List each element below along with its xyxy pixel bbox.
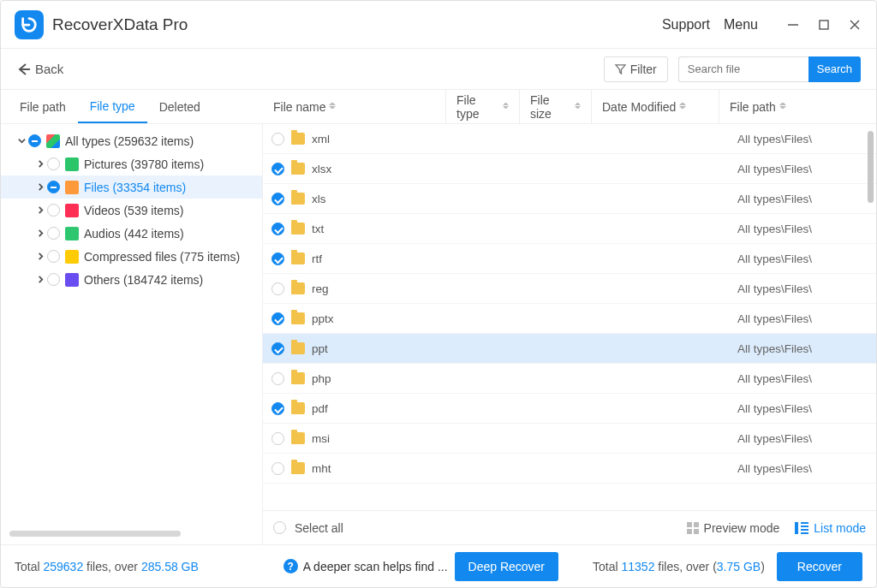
titlebar: RecoverXData Pro Support Menu	[1, 1, 876, 49]
table-row[interactable]: txtAll types\Files\	[263, 214, 876, 244]
chevron-right-icon	[35, 205, 45, 216]
footer: Total 259632 files, over 285.58 GB ? A d…	[1, 544, 876, 587]
tab-file-type[interactable]: File type	[78, 90, 147, 123]
list-icon	[795, 522, 808, 534]
tab-file-path[interactable]: File path	[8, 90, 78, 123]
row-checkbox[interactable]	[271, 462, 284, 475]
filter-icon	[615, 63, 626, 74]
row-path: All types\Files\	[737, 252, 876, 265]
tree-item-checkbox[interactable]	[47, 273, 60, 286]
table-row[interactable]: xlsAll types\Files\	[263, 184, 876, 214]
row-checkbox[interactable]	[271, 193, 284, 205]
category-icon	[65, 204, 79, 217]
col-file-type[interactable]: File type	[445, 90, 519, 123]
recover-button[interactable]: Recover	[777, 552, 862, 581]
row-checkbox[interactable]	[271, 372, 284, 385]
body: All types (259632 items) Pictures (39780…	[1, 124, 876, 544]
list-mode-button[interactable]: List mode	[795, 521, 866, 535]
deep-scan-message: A deeper scan helps find ...	[303, 560, 448, 573]
tree-item-checkbox[interactable]	[47, 227, 60, 240]
row-path: All types\Files\	[737, 462, 876, 475]
tree-item[interactable]: Compressed files (775 items)	[1, 245, 262, 268]
row-checkbox[interactable]	[271, 312, 284, 325]
row-name: xlsx	[312, 163, 464, 175]
row-path: All types\Files\	[737, 223, 876, 235]
table-row[interactable]: rtfAll types\Files\	[263, 244, 876, 274]
row-checkbox[interactable]	[271, 432, 284, 445]
row-path: All types\Files\	[737, 372, 876, 385]
sidebar-h-scrollbar[interactable]	[9, 531, 254, 539]
row-name: xls	[312, 193, 464, 205]
col-date-modified[interactable]: Date Modified	[591, 90, 719, 123]
filter-label: Filter	[630, 62, 657, 76]
row-checkbox[interactable]	[271, 252, 284, 265]
help-icon[interactable]: ?	[283, 559, 298, 573]
preview-mode-button[interactable]: Preview mode	[687, 521, 780, 535]
table-row[interactable]: pdfAll types\Files\	[263, 394, 876, 424]
table-row[interactable]: pptAll types\Files\	[263, 334, 876, 364]
select-all-checkbox[interactable]	[273, 521, 286, 534]
col-file-size[interactable]: File size	[519, 90, 591, 123]
file-list: xmlAll types\Files\xlsxAll types\Files\x…	[263, 124, 876, 510]
tree-item-checkbox[interactable]	[47, 204, 60, 217]
all-types-icon	[46, 134, 60, 148]
col-file-path[interactable]: File path	[719, 90, 876, 123]
folder-icon	[291, 133, 305, 145]
table-row[interactable]: xlsxAll types\Files\	[263, 154, 876, 184]
table-row[interactable]: regAll types\Files\	[263, 274, 876, 304]
row-checkbox[interactable]	[271, 282, 284, 295]
row-checkbox[interactable]	[271, 163, 284, 175]
deep-recover-button[interactable]: Deep Recover	[455, 552, 559, 581]
tree-item[interactable]: Pictures (39780 items)	[1, 152, 262, 175]
tree-item-checkbox[interactable]	[47, 250, 60, 263]
tree-item-checkbox[interactable]	[47, 157, 60, 170]
list-v-scrollbar[interactable]	[868, 131, 874, 203]
row-path: All types\Files\	[737, 342, 876, 355]
col-file-name[interactable]: File name	[263, 90, 445, 123]
row-name: pptx	[312, 312, 464, 325]
table-row[interactable]: pptxAll types\Files\	[263, 304, 876, 334]
filter-button[interactable]: Filter	[604, 56, 668, 82]
folder-icon	[291, 432, 305, 444]
tree-item-label: Others (184742 items)	[84, 273, 203, 287]
selected-size: 3.75 GB	[717, 560, 761, 573]
folder-icon	[291, 282, 305, 294]
row-checkbox[interactable]	[271, 223, 284, 235]
row-checkbox[interactable]	[271, 342, 284, 355]
maximize-icon[interactable]	[814, 15, 833, 34]
table-row[interactable]: phpAll types\Files\	[263, 364, 876, 394]
close-icon[interactable]	[845, 15, 864, 34]
table-row[interactable]: mhtAll types\Files\	[263, 454, 876, 484]
tree-item-checkbox[interactable]	[47, 181, 60, 193]
back-label: Back	[35, 62, 63, 76]
tree-item[interactable]: Audios (442 items)	[1, 222, 262, 245]
menu-link[interactable]: Menu	[724, 17, 758, 33]
row-path: All types\Files\	[737, 282, 876, 295]
app-title: RecoverXData Pro	[52, 15, 188, 34]
tree-item[interactable]: Videos (539 items)	[1, 199, 262, 222]
category-icon	[65, 250, 79, 264]
tree-root[interactable]: All types (259632 items)	[1, 129, 262, 152]
folder-icon	[291, 163, 305, 175]
search-button[interactable]: Search	[808, 56, 861, 82]
back-button[interactable]: Back	[16, 62, 63, 77]
minimize-icon[interactable]	[784, 15, 802, 34]
search-input[interactable]	[678, 56, 808, 82]
table-row[interactable]: xmlAll types\Files\	[263, 124, 876, 154]
tree-check-partial[interactable]	[28, 134, 41, 147]
support-link[interactable]: Support	[662, 17, 710, 33]
tree-item[interactable]: Files (33354 items)	[1, 175, 262, 199]
row-checkbox[interactable]	[271, 133, 284, 146]
chevron-right-icon	[35, 159, 45, 169]
back-arrow-icon	[16, 62, 32, 77]
row-name: reg	[312, 282, 464, 295]
category-icon	[65, 227, 79, 241]
chevron-right-icon	[35, 229, 45, 239]
row-path: All types\Files\	[737, 432, 876, 445]
folder-icon	[291, 252, 305, 264]
row-checkbox[interactable]	[271, 402, 284, 415]
row-path: All types\Files\	[737, 402, 876, 415]
tab-deleted[interactable]: Deleted	[147, 90, 212, 123]
table-row[interactable]: msiAll types\Files\	[263, 424, 876, 454]
tree-item[interactable]: Others (184742 items)	[1, 268, 262, 291]
